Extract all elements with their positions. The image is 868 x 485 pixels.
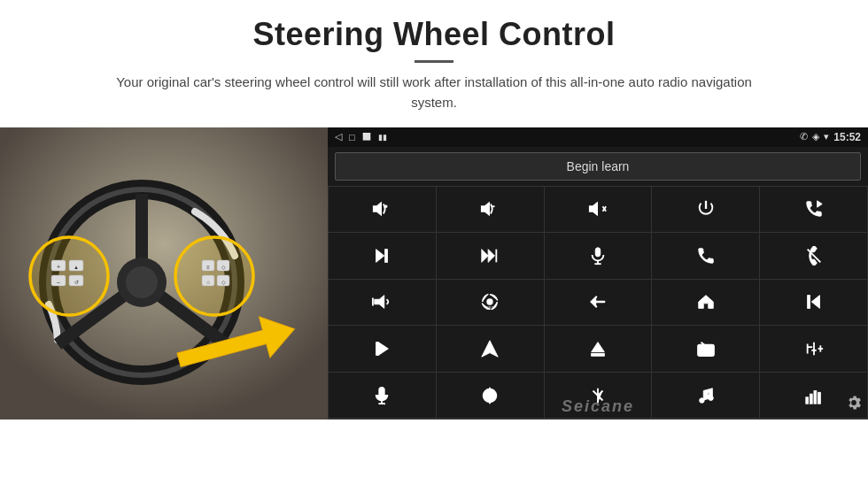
cam360-button[interactable]: 360° (437, 280, 544, 326)
begin-learn-button[interactable]: Begin learn (335, 152, 861, 181)
icon-grid: 360° (328, 186, 868, 420)
svg-rect-33 (385, 250, 388, 263)
begin-learn-row: Begin learn (328, 147, 868, 186)
back-nav-button[interactable] (545, 280, 652, 326)
location-icon: ◈ (812, 131, 819, 142)
home-nav-icon[interactable]: □ (349, 132, 355, 142)
bg-scene: + – ▲ ↺ ≡ ◇ ○ ◇ (0, 127, 328, 420)
header-section: Steering Wheel Control Your original car… (0, 0, 868, 120)
svg-text:○: ○ (206, 280, 210, 285)
content-area: + – ▲ ↺ ≡ ◇ ○ ◇ (0, 127, 868, 486)
navigate-button[interactable] (437, 326, 544, 372)
mute-button[interactable] (545, 187, 652, 233)
svg-marker-32 (376, 250, 384, 263)
signal-icon: ▮▮ (378, 133, 387, 142)
title-divider (415, 60, 453, 63)
svg-marker-49 (379, 343, 389, 356)
fast-forward-button[interactable] (437, 233, 544, 279)
svg-rect-75 (810, 394, 812, 404)
phone-prev-button[interactable] (760, 187, 867, 233)
eject-button[interactable] (545, 326, 652, 372)
svg-point-7 (126, 266, 158, 298)
phone-end-button[interactable] (760, 233, 867, 279)
status-bar: ◁ □ ⬜ ▮▮ ✆ ◈ ▾ 15:52 (328, 127, 868, 147)
svg-text:◇: ◇ (221, 280, 226, 285)
vol-down-button[interactable] (437, 187, 544, 233)
bluetooth-button[interactable] (545, 373, 652, 419)
svg-text:360°: 360° (487, 307, 496, 312)
svg-marker-26 (374, 204, 381, 215)
status-left: ◁ □ ⬜ ▮▮ (335, 131, 387, 142)
skip-next-button[interactable] (329, 233, 436, 279)
steering-wheel-image: + – ▲ ↺ ≡ ◇ ○ ◇ (0, 127, 328, 420)
horn-button[interactable] (329, 280, 436, 326)
clock: 15:52 (833, 131, 861, 143)
svg-rect-74 (805, 397, 808, 404)
head-unit: ◁ □ ⬜ ▮▮ ✆ ◈ ▾ 15:52 Begin learn (328, 127, 868, 420)
svg-text:◇: ◇ (221, 265, 226, 270)
recents-icon[interactable]: ⬜ (362, 133, 371, 141)
svg-marker-34 (482, 250, 488, 263)
svg-text:▲: ▲ (74, 265, 79, 270)
radio-button[interactable] (652, 326, 759, 372)
svg-marker-50 (482, 341, 498, 357)
svg-marker-46 (811, 296, 819, 309)
subtitle-text: Your original car's steering wheel contr… (115, 72, 753, 113)
settings-knob-button[interactable] (437, 373, 544, 419)
svg-point-71 (699, 397, 704, 403)
svg-text:↺: ↺ (74, 280, 79, 285)
phone-answer-button[interactable] (652, 233, 759, 279)
svg-rect-38 (595, 248, 601, 257)
steering-wheel-svg: + – ▲ ↺ ≡ ◇ ○ ◇ (0, 127, 328, 420)
mic-button[interactable] (545, 233, 652, 279)
page-title: Steering Wheel Control (53, 16, 815, 53)
svg-text:–: – (57, 279, 60, 285)
svg-marker-31 (817, 201, 822, 207)
svg-marker-27 (482, 204, 489, 215)
svg-marker-28 (590, 204, 597, 215)
svg-marker-42 (375, 296, 384, 309)
wifi-icon: ▾ (824, 131, 829, 142)
vol-up-button[interactable] (329, 187, 436, 233)
svg-point-54 (699, 348, 704, 353)
home-nav-button[interactable] (652, 280, 759, 326)
svg-point-44 (487, 299, 493, 305)
page-wrapper: Steering Wheel Control Your original car… (0, 0, 868, 485)
eq-button[interactable] (760, 326, 867, 372)
status-right: ✆ ◈ ▾ 15:52 (800, 131, 861, 143)
power-button[interactable] (652, 187, 759, 233)
skip-prev-button[interactable] (329, 326, 436, 372)
svg-text:♪: ♪ (708, 391, 709, 396)
svg-rect-52 (592, 354, 605, 357)
gear-icon[interactable] (845, 394, 863, 416)
phone-status-icon: ✆ (800, 131, 808, 142)
svg-rect-76 (814, 390, 817, 404)
svg-rect-77 (818, 392, 820, 404)
music-button[interactable]: ♪ (652, 373, 759, 419)
back-nav-icon[interactable]: ◁ (335, 131, 342, 142)
svg-point-72 (709, 396, 714, 401)
rewind-button[interactable] (760, 280, 867, 326)
svg-text:≡: ≡ (206, 265, 210, 270)
svg-marker-51 (592, 343, 605, 352)
mic2-button[interactable] (329, 373, 436, 419)
svg-rect-47 (807, 296, 810, 309)
svg-point-68 (487, 393, 492, 398)
svg-text:+: + (57, 264, 60, 270)
